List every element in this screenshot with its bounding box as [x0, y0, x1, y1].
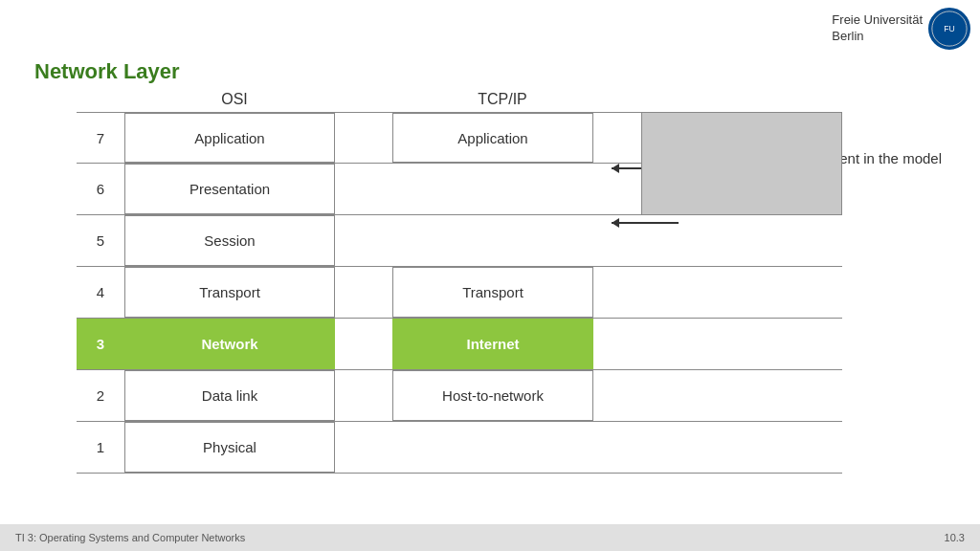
logo-line1: Freie Universität: [832, 12, 923, 29]
osi-cell: Session: [124, 215, 335, 266]
gap-col: [335, 319, 392, 369]
layer-number: 1: [77, 422, 124, 473]
layer-number: 2: [77, 370, 124, 421]
layer-number: 7: [77, 113, 124, 163]
osi-header: OSI: [124, 91, 345, 108]
tcpip-cell-merged-top: [641, 112, 842, 215]
layers-table: 7ApplicationApplication6Presentation5Ses…: [77, 112, 842, 474]
gap-col: [335, 422, 392, 473]
table-row: 6Presentation: [77, 164, 842, 215]
footer-left-text: TI 3: Operating Systems and Computer Net…: [15, 532, 245, 543]
tcpip-cell: Internet: [392, 319, 593, 369]
osi-cell: Presentation: [124, 164, 335, 214]
logo-area: Freie Universität Berlin FU: [832, 8, 970, 50]
svg-marker-3: [612, 164, 619, 173]
layer-number: 3: [77, 319, 124, 369]
layer-number: 5: [77, 215, 124, 266]
footer: TI 3: Operating Systems and Computer Net…: [0, 524, 980, 551]
layer-number: 4: [77, 267, 124, 318]
gap-col: [335, 267, 392, 318]
osi-cell: Application: [124, 113, 335, 163]
tcpip-cell: Transport: [392, 267, 593, 318]
table-row: 5Session: [77, 215, 842, 267]
column-headers: OSI TCP/IP: [124, 91, 842, 108]
tcpip-cell: [392, 422, 593, 473]
university-logo: FU: [928, 8, 970, 50]
logo-icon: FU: [931, 11, 968, 47]
osi-cell: Physical: [124, 422, 335, 473]
tcpip-header: TCP/IP: [392, 91, 612, 108]
svg-marker-5: [612, 218, 619, 228]
tcpip-cell-merged-bottom: [392, 215, 593, 266]
osi-cell: Network: [124, 319, 335, 369]
osi-cell: Data link: [124, 370, 335, 421]
gap-col: [335, 215, 392, 266]
diagram-container: OSI TCP/IP 7ApplicationApplication6Prese…: [77, 91, 842, 474]
osi-cell: Transport: [124, 267, 335, 318]
gap-col: [335, 113, 392, 163]
page-title: Network Layer: [34, 59, 180, 84]
table-row: 1Physical: [77, 422, 842, 474]
svg-text:FU: FU: [944, 24, 955, 33]
table-row: 2Data linkHost-to-network: [77, 370, 842, 422]
tcpip-cell: Application: [392, 113, 593, 163]
tcpip-cell: Host-to-network: [392, 370, 593, 421]
logo-line2: Berlin: [832, 29, 923, 45]
gap-col: [335, 370, 392, 421]
table-row: 4TransportTransport: [77, 267, 842, 319]
footer-right-text: 10.3: [945, 532, 965, 543]
logo-text: Freie Universität Berlin: [832, 12, 923, 45]
gap-col: [335, 164, 392, 214]
layer-number: 6: [77, 164, 124, 214]
table-row: 3NetworkInternet: [77, 319, 842, 370]
